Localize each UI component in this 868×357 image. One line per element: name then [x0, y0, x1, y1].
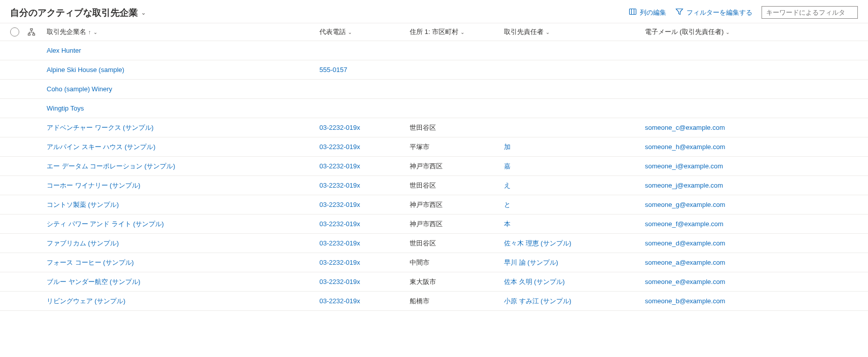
email-link[interactable]: someone_j@example.com	[645, 182, 723, 189]
svg-rect-3	[30, 29, 32, 30]
account-name-link[interactable]: Alpine Ski House (sample)	[47, 66, 124, 74]
table-row[interactable]: Alpine Ski House (sample)555-0157	[0, 60, 868, 80]
column-header-contact[interactable]: 取引先責任者 ⌄	[504, 27, 645, 37]
contact-link[interactable]: え	[504, 181, 511, 190]
svg-rect-5	[33, 34, 35, 35]
phone-link[interactable]: 03-2232-019x	[319, 162, 360, 170]
sort-asc-icon: ↑	[88, 29, 91, 35]
table-row[interactable]: コントソ製薬 (サンプル)03-2232-019x神戸市西区とsomeone_g…	[0, 195, 868, 215]
phone-link[interactable]: 03-2232-019x	[319, 201, 360, 208]
phone-link[interactable]: 03-2232-019x	[319, 124, 360, 131]
table-row[interactable]: ファブリカム (サンプル)03-2232-019x世田谷区佐々木 理恵 (サンプ…	[0, 234, 868, 253]
view-selector[interactable]: 自分のアクティブな取引先企業 ⌄	[10, 7, 146, 19]
column-header-phone[interactable]: 代表電話 ⌄	[319, 27, 410, 37]
city-text: 世田谷区	[410, 123, 436, 132]
phone-link[interactable]: 555-0157	[319, 66, 347, 74]
table-row[interactable]: フォース コーヒー (サンプル)03-2232-019x中間市早川 諭 (サンプ…	[0, 253, 868, 272]
city-text: 神戸市西区	[410, 220, 443, 229]
columns-icon	[629, 8, 637, 17]
table-row[interactable]: アルパイン スキー ハウス (サンプル)03-2232-019x平塚市加some…	[0, 137, 868, 157]
column-header-name[interactable]: 取引先企業名 ↑ ⌄	[41, 27, 319, 37]
account-name-link[interactable]: アドベンチャー ワークス (サンプル)	[47, 123, 154, 132]
contact-link[interactable]: 佐本 久明 (サンプル)	[504, 277, 565, 287]
phone-link[interactable]: 03-2232-019x	[319, 143, 360, 151]
table-row[interactable]: Alex Hunter	[0, 41, 868, 60]
account-name-link[interactable]: シティ パワー アンド ライト (サンプル)	[47, 220, 164, 229]
svg-rect-4	[28, 34, 30, 35]
phone-link[interactable]: 03-2232-019x	[319, 182, 360, 189]
city-text: 世田谷区	[410, 181, 436, 190]
city-text: 船橋市	[410, 297, 429, 306]
table-row[interactable]: Wingtip Toys	[0, 99, 868, 118]
account-name-link[interactable]: ブルー ヤンダー航空 (サンプル)	[47, 277, 140, 287]
contact-link[interactable]: と	[504, 200, 511, 209]
account-name-link[interactable]: Alex Hunter	[47, 47, 81, 54]
email-link[interactable]: someone_c@example.com	[645, 124, 725, 131]
chevron-down-icon: ⌄	[93, 29, 97, 35]
hierarchy-icon	[27, 28, 35, 36]
page-title: 自分のアクティブな取引先企業	[10, 7, 138, 19]
chevron-down-icon: ⌄	[460, 29, 464, 35]
account-name-link[interactable]: フォース コーヒー (サンプル)	[47, 258, 134, 267]
table-row[interactable]: コーホー ワイナリー (サンプル)03-2232-019x世田谷区えsomeon…	[0, 176, 868, 195]
contact-link[interactable]: 加	[504, 142, 511, 152]
account-name-link[interactable]: アルパイン スキー ハウス (サンプル)	[47, 142, 156, 152]
account-name-link[interactable]: コーホー ワイナリー (サンプル)	[47, 181, 140, 190]
email-link[interactable]: someone_i@example.com	[645, 162, 723, 170]
city-text: 世田谷区	[410, 239, 436, 248]
table-row[interactable]: エー データム コーポレーション (サンプル)03-2232-019x神戸市西区…	[0, 157, 868, 176]
column-header-city[interactable]: 住所 1: 市区町村 ⌄	[410, 27, 504, 37]
city-text: 神戸市西区	[410, 162, 443, 171]
svg-rect-0	[630, 9, 636, 15]
table-row[interactable]: リビングウェア (サンプル)03-2232-019x船橋市小原 すみ江 (サンプ…	[0, 292, 868, 311]
email-link[interactable]: someone_d@example.com	[645, 239, 725, 247]
email-link[interactable]: someone_a@example.com	[645, 259, 725, 266]
account-name-link[interactable]: コントソ製薬 (サンプル)	[47, 200, 119, 209]
account-name-link[interactable]: Wingtip Toys	[47, 104, 84, 112]
account-name-link[interactable]: ファブリカム (サンプル)	[47, 239, 119, 248]
edit-filters-label: フィルターを編集する	[686, 8, 752, 17]
email-link[interactable]: someone_f@example.com	[645, 220, 724, 228]
table-row[interactable]: ブルー ヤンダー航空 (サンプル)03-2232-019x東大阪市佐本 久明 (…	[0, 272, 868, 292]
phone-link[interactable]: 03-2232-019x	[319, 278, 360, 285]
email-link[interactable]: someone_e@example.com	[645, 278, 725, 285]
column-header-email[interactable]: 電子メール (取引先責任者) ⌄	[645, 27, 868, 37]
contact-link[interactable]: 早川 諭 (サンプル)	[504, 258, 558, 267]
table-row[interactable]: アドベンチャー ワークス (サンプル)03-2232-019x世田谷区someo…	[0, 118, 868, 137]
email-link[interactable]: someone_h@example.com	[645, 143, 725, 151]
edit-columns-label: 列の編集	[640, 8, 666, 17]
email-link[interactable]: someone_g@example.com	[645, 201, 725, 208]
hierarchy-column-header[interactable]	[22, 28, 41, 36]
contact-link[interactable]: 小原 すみ江 (サンプル)	[504, 297, 571, 306]
city-text: 中間市	[410, 258, 429, 267]
city-text: 平塚市	[410, 142, 429, 152]
phone-link[interactable]: 03-2232-019x	[319, 220, 360, 228]
account-name-link[interactable]: リビングウェア (サンプル)	[47, 297, 125, 306]
keyword-filter-input[interactable]	[762, 6, 858, 19]
phone-link[interactable]: 03-2232-019x	[319, 239, 360, 247]
table-row[interactable]: Coho (sample) Winery	[0, 80, 868, 99]
filter-icon	[675, 8, 683, 17]
contact-link[interactable]: 本	[504, 220, 511, 229]
phone-link[interactable]: 03-2232-019x	[319, 259, 360, 266]
chevron-down-icon: ⌄	[726, 29, 730, 35]
city-text: 神戸市西区	[410, 200, 443, 209]
phone-link[interactable]: 03-2232-019x	[319, 297, 360, 305]
table-row[interactable]: シティ パワー アンド ライト (サンプル)03-2232-019x神戸市西区本…	[0, 215, 868, 234]
contact-link[interactable]: 嘉	[504, 162, 511, 171]
chevron-down-icon: ⌄	[141, 9, 146, 16]
edit-columns-button[interactable]: 列の編集	[629, 8, 666, 17]
select-all-checkbox[interactable]	[10, 27, 19, 37]
edit-filters-button[interactable]: フィルターを編集する	[675, 8, 752, 17]
city-text: 東大阪市	[410, 277, 436, 287]
email-link[interactable]: someone_b@example.com	[645, 297, 725, 305]
chevron-down-icon: ⌄	[348, 29, 352, 35]
chevron-down-icon: ⌄	[546, 29, 550, 35]
account-name-link[interactable]: Coho (sample) Winery	[47, 85, 112, 93]
contact-link[interactable]: 佐々木 理恵 (サンプル)	[504, 239, 571, 248]
account-name-link[interactable]: エー データム コーポレーション (サンプル)	[47, 162, 175, 171]
